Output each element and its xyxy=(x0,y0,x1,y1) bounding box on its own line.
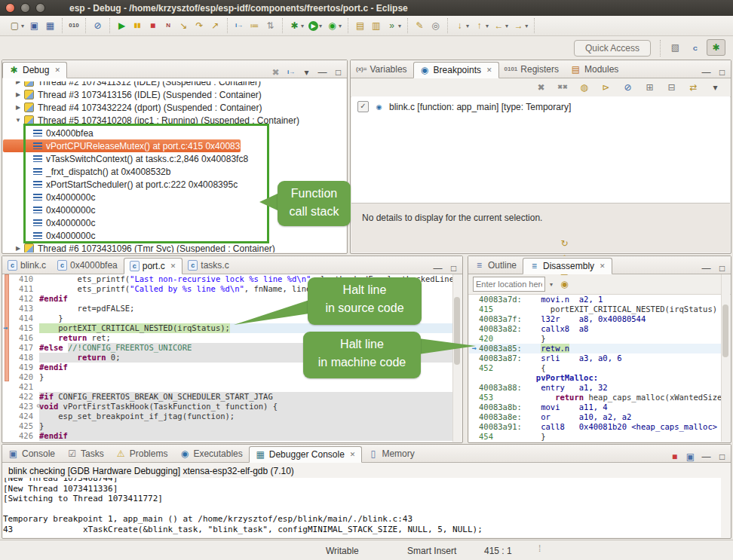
skip-all-breakpoints-button[interactable]: ⊘ xyxy=(620,81,636,94)
window-maximize-button[interactable] xyxy=(35,3,45,13)
last-edit-button[interactable]: ↓▾ xyxy=(452,19,471,32)
save-button[interactable]: ▣ xyxy=(26,19,42,32)
show-breakpoint-types-button[interactable]: ◍ xyxy=(576,81,592,94)
tab-variables[interactable]: (x)=Variables xyxy=(351,61,413,78)
maximize-button[interactable]: □ xyxy=(716,263,728,274)
close-icon[interactable]: ✕ xyxy=(486,66,492,74)
instruction-stepping-button[interactable]: i→ xyxy=(232,19,247,32)
collapse-all-button[interactable]: ⊟ xyxy=(664,81,679,94)
thread-row[interactable]: ▼Thread #5 1073410208 (ipc1 : Running) (… xyxy=(3,114,346,127)
dropdown-arrow-icon[interactable]: ▾ xyxy=(505,23,508,29)
tree-expand-icon[interactable]: ▶ xyxy=(14,245,23,252)
forward-button[interactable]: →▾ xyxy=(511,19,530,32)
skip-all-breakpoints-button[interactable]: ⊘ xyxy=(90,19,106,32)
tree-collapse-icon[interactable]: ▼ xyxy=(14,117,23,124)
tab-breakpoints[interactable]: ◉Breakpoints✕ xyxy=(413,62,499,78)
thread-row[interactable]: ▶Thread #3 1073413156 (IDLE) (Suspended … xyxy=(3,88,346,101)
link-with-debug-button[interactable]: ⇄ xyxy=(685,81,701,94)
tab-modules[interactable]: ▤Modules xyxy=(565,61,624,78)
maximize-button[interactable]: □ xyxy=(716,67,728,78)
tab-outline[interactable]: ≡Outline xyxy=(468,257,523,274)
resume-button[interactable]: ▶ xyxy=(114,19,130,32)
remove-all-terminated-button[interactable]: ✖ xyxy=(270,67,281,78)
display-console-button[interactable]: ▣ xyxy=(685,451,696,462)
view-menu-button[interactable]: ▾ xyxy=(301,67,312,78)
step-into-button[interactable]: ↘ xyxy=(176,19,192,32)
search-button[interactable]: ✎ xyxy=(412,19,428,32)
instruction-stepping-button[interactable]: i→ xyxy=(286,67,296,78)
maximize-button[interactable]: □ xyxy=(333,67,344,78)
step-over-button[interactable]: ↷ xyxy=(192,19,207,32)
terminate-button[interactable]: ■ xyxy=(145,19,161,32)
save-all-button[interactable]: ▦ xyxy=(42,19,58,32)
thread-row[interactable]: ▶Thread #4 1073432224 (dport) (Suspended… xyxy=(3,101,346,114)
suspend-button[interactable]: ▮▮ xyxy=(130,19,145,32)
remove-all-button[interactable]: ✖✖ xyxy=(555,81,570,94)
stack-frame-row[interactable]: _frxt_dispatch() at 0x4008532b xyxy=(3,165,346,178)
breakpoint-row[interactable]: ✓ ◉ blink.c [function: app_main] [type: … xyxy=(351,96,730,117)
minimize-button[interactable]: ― xyxy=(701,67,712,78)
cpp-perspective-button[interactable]: C xyxy=(687,40,704,55)
tree-expand-icon[interactable]: ▶ xyxy=(14,91,23,98)
open-element-button[interactable]: ◎ xyxy=(428,19,443,32)
tab-problems[interactable]: ⚠Problems xyxy=(110,445,174,462)
thread-row[interactable]: ▶Thread #2 1073411312 (IDLE) (Suspended … xyxy=(3,81,346,88)
dropdown-arrow-icon[interactable]: ▾ xyxy=(21,23,24,29)
disconnect-button[interactable]: N xyxy=(161,19,176,32)
disassembly-scrollbar[interactable] xyxy=(721,274,730,442)
stack-frame-row[interactable]: 0x4000000c xyxy=(3,229,346,242)
quick-access-button[interactable]: Quick Access xyxy=(574,40,651,57)
close-icon[interactable]: ✕ xyxy=(54,66,60,74)
external-tools-button[interactable]: »▾ xyxy=(384,19,403,32)
run-button[interactable]: ▶▾ xyxy=(306,20,324,32)
track-button[interactable]: ◉ xyxy=(557,277,572,291)
location-dropdown-icon[interactable]: ▾ xyxy=(550,281,553,288)
minimize-button[interactable]: ― xyxy=(317,67,328,78)
step-filters-button[interactable]: ⇅ xyxy=(262,19,278,32)
tab-0x4000bfea[interactable]: c0x4000bfea xyxy=(52,257,124,274)
fold-minus-icon[interactable]: ⊖ xyxy=(37,402,41,409)
tab-disassembly[interactable]: ≡Disassembly✕ xyxy=(523,258,612,274)
stack-frame-row[interactable]: 0x4000bfea xyxy=(3,127,346,139)
open-folder-button[interactable]: ▥ xyxy=(368,19,384,32)
tab-executables[interactable]: ◉Executables xyxy=(173,445,248,462)
tree-expand-icon[interactable]: ▶ xyxy=(14,104,23,111)
console-output[interactable]: [New Thread 1073408744][New Thread 10734… xyxy=(3,478,721,537)
dropdown-arrow-icon[interactable]: ▾ xyxy=(398,23,401,29)
tab-debug[interactable]: ✱Debug✕ xyxy=(2,62,67,78)
window-close-button[interactable] xyxy=(5,3,15,13)
next-annotation-button[interactable]: ↑▾ xyxy=(471,19,491,32)
tab-tasks[interactable]: ☑Tasks xyxy=(61,445,110,462)
window-minimize-button[interactable] xyxy=(20,3,30,13)
stack-frame-row[interactable]: vPortCPUReleaseMutex() at port.c:415 0x4… xyxy=(3,139,241,152)
back-button[interactable]: ←▾ xyxy=(491,19,511,32)
expand-all-button[interactable]: ⊞ xyxy=(642,81,658,94)
debug-button[interactable]: ✱▾ xyxy=(287,19,306,32)
tab-blink-c[interactable]: cblink.c xyxy=(2,257,52,274)
minimize-button[interactable]: ― xyxy=(701,263,712,274)
new-project-button[interactable]: ▤ xyxy=(352,19,368,32)
view-menu-button[interactable]: ▾ xyxy=(707,81,723,94)
tab-port-c[interactable]: cport.c✕ xyxy=(124,258,183,274)
tree-expand-icon[interactable]: ▶ xyxy=(14,81,23,85)
dropdown-arrow-icon[interactable]: ▾ xyxy=(486,23,489,29)
disassembly-listing[interactable]: 40083a7d: movi.n a2, 1415 portEXIT_CRITI… xyxy=(469,295,730,442)
profile-button[interactable]: ◉▾ xyxy=(324,19,344,32)
minimize-button[interactable]: ― xyxy=(432,263,443,274)
thread-row[interactable]: ▶Thread #6 1073431096 (Tmr Svc) (Suspend… xyxy=(3,242,346,252)
new-wizard-button[interactable]: ▢▾ xyxy=(7,19,26,32)
editor-scrollbar[interactable] xyxy=(452,274,462,442)
close-icon[interactable]: ✕ xyxy=(350,451,356,458)
debug-perspective-button[interactable]: ✱ xyxy=(707,39,725,56)
close-icon[interactable]: ✕ xyxy=(600,262,606,270)
console-terminate-button[interactable]: ■ xyxy=(669,451,680,462)
minimize-button[interactable]: ― xyxy=(701,451,712,462)
tab-debugger-console[interactable]: ▦Debugger Console✕ xyxy=(249,446,363,463)
maximize-button[interactable]: □ xyxy=(448,263,459,274)
tab-console[interactable]: ▣Console xyxy=(2,445,61,462)
location-input[interactable] xyxy=(473,277,545,292)
close-icon[interactable]: ✕ xyxy=(170,262,176,270)
maximize-button[interactable]: □ xyxy=(716,451,728,462)
step-return-button[interactable]: ↗ xyxy=(207,19,223,32)
tab-tasks-c[interactable]: ctasks.c xyxy=(182,257,235,274)
